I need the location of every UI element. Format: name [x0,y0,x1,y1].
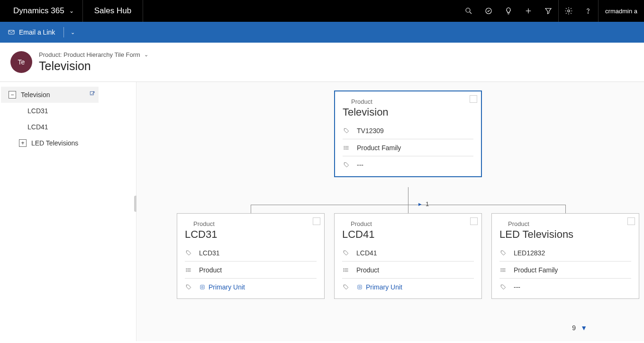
tile-television[interactable]: Product Television TV12309 Product Famil… [334,90,482,177]
svg-point-0 [466,8,470,12]
svg-point-13 [344,147,345,148]
entity-label: Product [508,220,631,227]
link-icon [356,284,363,290]
svg-point-20 [186,271,187,271]
svg-point-34 [501,268,501,269]
avatar: Te [10,51,32,73]
tile-row-code: TV12309 [343,122,473,139]
page-indicator-top[interactable]: ▸ 1 [418,200,429,208]
entity-label: Product [193,220,317,227]
task-icon[interactable] [479,0,499,22]
filter-icon[interactable] [538,0,558,22]
unit-link[interactable]: Primary Unit [199,283,245,291]
tile-action-icon[interactable] [470,217,478,225]
collapse-icon[interactable]: − [9,91,16,99]
tag-icon [343,162,350,168]
tree-node-television[interactable]: − Television [1,87,99,103]
arrow-right-icon: ▸ [418,200,422,208]
tag-icon [185,250,192,256]
hierarchy-tree: − Television LCD31 LCD41 + LED Televisio… [0,82,136,341]
help-icon[interactable] [578,0,598,22]
form-selector[interactable]: Product: Product Hierarchy Tile Form ⌄ [39,51,148,58]
tile-title: LCD31 [185,228,317,241]
tile-action-icon[interactable] [627,217,635,225]
tree-node-lcd41[interactable]: LCD41 [0,119,136,135]
svg-point-14 [344,149,345,149]
svg-point-26 [344,268,344,269]
page-title: Television [39,59,148,73]
svg-rect-29 [358,285,362,289]
list-icon [342,267,350,273]
tag-icon [342,284,350,290]
connector [565,205,566,213]
tile-title: LCD41 [342,228,474,241]
search-icon[interactable] [459,0,479,22]
svg-point-19 [186,270,187,270]
arrow-down-icon: ▼ [581,324,587,332]
gear-icon[interactable] [558,0,578,22]
bulb-icon[interactable] [499,0,518,22]
brand-label: Dynamics 365 [13,6,64,16]
svg-point-30 [359,286,361,288]
svg-point-18 [186,268,187,269]
svg-point-36 [501,271,501,271]
open-record-icon[interactable] [89,90,96,99]
tile-action-icon[interactable] [313,217,320,225]
entity-label: Product [351,98,473,105]
chevron-down-icon[interactable]: ⌄ [71,29,75,36]
tree-node-lcd31[interactable]: LCD31 [0,103,136,119]
tile-title: Television [343,106,473,118]
app-name[interactable]: Sales Hub [83,0,143,22]
chevron-down-icon: ⌄ [144,52,148,58]
svg-rect-7 [9,30,14,34]
tag-icon [342,250,350,256]
tile-title: LED Televisions [499,228,631,241]
command-bar: Email a Link ⌄ [0,22,644,43]
tile-action-icon[interactable] [470,95,477,103]
tile-row-type: Product Family [343,139,473,156]
connector [408,187,408,205]
page-header: Te Product: Product Hierarchy Tile Form … [0,43,644,81]
hierarchy-canvas: Product Television TV12309 Product Famil… [136,82,644,341]
content-area: − Television LCD31 LCD41 + LED Televisio… [0,81,644,341]
link-icon [199,284,206,290]
unit-link[interactable]: Primary Unit [356,283,402,291]
tag-icon [185,284,192,290]
svg-point-27 [344,270,344,270]
svg-point-5 [567,10,570,12]
page-indicator-bottom[interactable]: 9 ▼ [572,324,587,332]
top-nav-bar: Dynamics 365 ⌄ Sales Hub crmadmin a [0,0,644,22]
list-icon [499,267,507,273]
divider [63,27,64,37]
tile-row-unit: --- [343,156,473,173]
svg-point-12 [344,146,345,146]
user-menu[interactable]: crmadmin a [598,0,644,22]
mail-icon [8,28,15,36]
tile-led-televisions[interactable]: Product LED Televisions LED12832 Product… [491,213,639,299]
topbar-icons [459,0,598,22]
svg-point-6 [588,13,588,13]
email-link-button[interactable]: Email a Link [8,28,55,36]
tag-icon [499,250,507,256]
list-icon [185,267,192,273]
svg-point-22 [201,286,203,288]
tag-icon [499,284,507,290]
svg-rect-21 [200,285,204,289]
svg-point-35 [501,270,501,270]
tag-icon [343,127,350,134]
list-icon [343,144,350,151]
svg-point-28 [344,271,344,271]
tree-node-led[interactable]: + LED Televisions [0,135,136,151]
tile-lcd31[interactable]: Product LCD31 LCD31 Product Primary Unit [177,213,325,299]
tile-lcd41[interactable]: Product LCD41 LCD41 Product Primary Unit [334,213,482,299]
entity-label: Product [351,220,474,227]
expand-icon[interactable]: + [19,139,27,147]
connector [408,205,408,213]
connector [251,205,251,213]
brand-switcher[interactable]: Dynamics 365 ⌄ [0,0,83,22]
plus-icon[interactable] [518,0,538,22]
chevron-down-icon: ⌄ [69,8,74,14]
svg-line-1 [470,12,472,14]
